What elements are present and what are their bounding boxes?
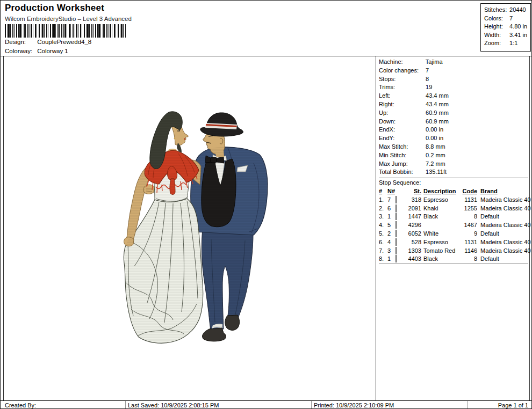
col-brand: Brand	[477, 188, 530, 194]
summary-value: 1:1	[509, 40, 517, 46]
thread-color-swatch	[396, 238, 397, 246]
machine-info-panel: Machine: Tajima Color changes: 7 Stops: …	[376, 56, 530, 400]
seq-brand: Madeira Classic 40	[477, 205, 531, 211]
footer-separator	[467, 401, 468, 409]
summary-row: Zoom: 1:1	[484, 39, 530, 48]
stop-sequence-header: # N# St. Description Code Brand	[379, 187, 530, 195]
seq-brand: Madeira Classic 40	[477, 196, 531, 203]
machine-info-row: Up: 60.9 mm	[379, 109, 528, 118]
design-value: CouplePrewedd4_8	[37, 39, 91, 45]
created-by-label: Created By:	[5, 402, 36, 408]
colorway-value: Colorway 1	[37, 48, 68, 54]
machine-info-label: Max Stitch:	[379, 143, 424, 151]
stop-sequence-row: 7. 3 1303 Tomato Red 1146 Madeira Classi…	[379, 246, 528, 255]
thread-color-swatch	[396, 221, 397, 229]
machine-info-value: 0.00 in	[426, 126, 443, 133]
machine-info-value: 135.11ft	[426, 169, 447, 175]
machine-info-value: 8.8 mm	[426, 143, 445, 150]
machine-info-label: EndX:	[379, 126, 424, 134]
seq-description: Black	[421, 213, 458, 220]
machine-info-value: Tajima	[426, 59, 443, 65]
app-version-subtitle: Wilcom EmbroideryStudio – Level 3 Advanc…	[5, 16, 132, 22]
seq-needle: 5	[387, 222, 396, 228]
woman-earring	[174, 138, 176, 140]
machine-info-label: Trims:	[379, 83, 424, 92]
page-title: Production Worksheet	[5, 3, 104, 13]
stop-sequence-row: 2. 6 2091 Khaki 1255 Madeira Classic 40	[379, 204, 528, 213]
thread-color-swatch	[396, 255, 397, 262]
machine-info-value: 0.00 in	[426, 135, 443, 141]
seq-brand: Madeira Classic 40	[477, 239, 531, 245]
design-summary-box: Stitches: 20440 Colors: 7 Height: 4.80 i…	[480, 3, 531, 52]
machine-info-label: Up:	[379, 109, 424, 118]
embroidery-design-couple	[121, 105, 277, 352]
seq-brand: Default	[477, 255, 528, 262]
footer-separator	[311, 401, 312, 409]
seq-num: 1.	[379, 196, 387, 203]
stop-sequence-row: 4. 5 4296 1467 Madeira Classic 40	[379, 221, 528, 229]
machine-info-value: 7.2 mm	[426, 160, 445, 167]
machine-info-row: Color changes: 7	[379, 67, 528, 75]
seq-num: 3.	[379, 213, 387, 220]
seq-stitch-count: 4403	[406, 255, 421, 262]
seq-needle: 3	[387, 247, 396, 254]
machine-info-row: EndY: 0.00 in	[379, 134, 528, 143]
machine-info-value: 19	[426, 84, 432, 90]
machine-info-value: 60.9 mm	[426, 109, 449, 116]
seq-brand: Default	[477, 230, 528, 237]
machine-info-label: Max Jump:	[379, 160, 424, 169]
stop-sequence-row: 5. 2 6052 White 9 Default	[379, 229, 528, 238]
machine-info-row: EndX: 0.00 in	[379, 126, 528, 134]
machine-info-row: Total Bobbin: 135.11ft	[379, 168, 528, 177]
seq-needle: 4	[387, 239, 396, 245]
page-number: Page 1 of 1	[498, 402, 528, 408]
thread-color-swatch	[396, 230, 397, 237]
seq-num: 6.	[379, 239, 387, 245]
seq-needle: 2	[387, 230, 396, 237]
machine-info-label: EndY:	[379, 134, 424, 143]
seq-description: Espresso	[421, 196, 458, 203]
seq-needle: 7	[387, 196, 396, 203]
machine-info-label: Min Stitch:	[379, 151, 424, 160]
man-shoe-right	[225, 315, 240, 330]
last-saved-text: Last Saved: 10/9/2025 2:08:15 PM	[128, 402, 219, 408]
machine-info-label: Total Bobbin:	[379, 168, 424, 177]
seq-code: 1131	[458, 239, 477, 245]
summary-label: Zoom:	[484, 39, 508, 48]
col-num: #	[379, 188, 387, 194]
colorway-row: Colorway: Colorway 1	[5, 48, 68, 54]
seq-num: 7.	[379, 247, 387, 254]
design-label: Design:	[5, 39, 35, 45]
machine-info-row: Trims: 19	[379, 83, 528, 92]
seq-description: Espresso	[421, 239, 458, 245]
seq-description: White	[421, 230, 458, 237]
stop-sequence-rows: 1. 7 318 Espresso 1131 Madeira Classic 4…	[379, 195, 528, 264]
machine-info-label: Down:	[379, 118, 424, 126]
seq-stitch-count: 1303	[406, 247, 421, 254]
thread-color-swatch	[396, 247, 397, 254]
summary-row: Width: 3.41 in	[484, 31, 530, 40]
col-stitches: St.	[406, 188, 421, 194]
stop-sequence-row: 1. 7 318 Espresso 1131 Madeira Classic 4…	[379, 195, 528, 204]
seq-num: 8.	[379, 255, 387, 262]
seq-brand: Default	[477, 213, 528, 220]
seq-code: 9	[458, 230, 477, 237]
machine-info-row: Machine: Tajima	[379, 58, 528, 67]
summary-label: Colors:	[484, 14, 508, 23]
seq-stitch-count: 1447	[406, 213, 421, 220]
stitch-texture-overlay	[121, 105, 277, 352]
seq-description: Black	[421, 255, 458, 262]
machine-info-value: 43.4 mm	[426, 92, 449, 99]
summary-row: Colors: 7	[484, 14, 530, 23]
production-worksheet-page: Production Worksheet Wilcom EmbroiderySt…	[0, 0, 532, 409]
machine-info-value: 43.4 mm	[426, 101, 449, 107]
seq-brand: Madeira Classic 40	[477, 247, 531, 254]
design-row: Design: CouplePrewedd4_8	[5, 39, 91, 45]
col-needle: N#	[387, 188, 396, 194]
thread-color-swatch	[396, 196, 397, 203]
seq-needle: 6	[387, 205, 396, 211]
seq-code: 1131	[458, 196, 477, 203]
seq-code: 8	[458, 255, 477, 262]
stop-sequence-row: 8. 1 4403 Black 8 Default	[379, 255, 528, 264]
summary-value: 7	[509, 15, 513, 21]
